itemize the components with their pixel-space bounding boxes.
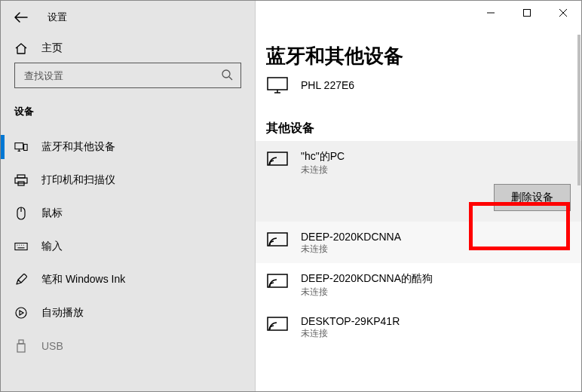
sidebar-item-label: 鼠标: [41, 207, 63, 220]
svg-point-0: [222, 70, 230, 78]
sidebar-item-label: USB: [41, 340, 63, 352]
keyboard-icon: [14, 240, 28, 253]
svg-rect-2: [15, 143, 23, 149]
svg-rect-19: [17, 344, 25, 352]
monitor-icon: [266, 75, 289, 95]
other-devices-heading: 其他设备: [256, 101, 581, 141]
sidebar-item-usb[interactable]: USB: [1, 329, 255, 363]
device-status: 未连接: [301, 243, 401, 256]
scrollbar[interactable]: [577, 35, 580, 387]
svg-rect-6: [17, 175, 25, 178]
device-status: 未连接: [301, 164, 345, 176]
pc-cast-icon: [266, 272, 289, 292]
home-link[interactable]: 主页: [1, 34, 255, 63]
svg-rect-5: [24, 144, 27, 150]
autoplay-icon: [14, 306, 28, 320]
section-label: 设备: [1, 99, 255, 130]
svg-rect-11: [15, 243, 27, 250]
main-content: 蓝牙和其他设备 PHL 227E6 其他设备 "hc"的PC 未连接: [256, 1, 581, 391]
scrollbar-thumb[interactable]: [577, 35, 580, 185]
sidebar-item-printers[interactable]: 打印机和扫描仪: [1, 164, 255, 197]
search-input[interactable]: [23, 69, 221, 82]
home-icon: [14, 42, 28, 54]
devices-icon: [14, 140, 28, 154]
device-status: 未连接: [301, 286, 433, 299]
sidebar-item-label: 打印机和扫描仪: [41, 173, 115, 187]
pen-icon: [14, 273, 28, 286]
device-name: DESKTOP-29KP41R: [301, 315, 400, 327]
svg-line-1: [229, 77, 232, 80]
remove-device-button[interactable]: 删除设备: [494, 184, 571, 211]
device-name: "hc"的PC: [301, 150, 345, 164]
app-title: 设置: [47, 11, 67, 24]
sidebar-item-label: 输入: [41, 240, 63, 253]
svg-rect-21: [524, 10, 531, 17]
sidebar-item-autoplay[interactable]: 自动播放: [1, 296, 255, 329]
sidebar-item-label: 自动播放: [41, 306, 84, 320]
sidebar-item-mouse[interactable]: 鼠标: [1, 197, 255, 230]
pc-cast-icon: [266, 231, 289, 250]
device-name: DEEP-2020KDCNNA的酷狗: [301, 272, 433, 286]
pc-cast-icon: [266, 150, 289, 170]
minimize-button[interactable]: [473, 1, 509, 25]
svg-rect-18: [19, 340, 23, 344]
svg-rect-24: [268, 78, 287, 90]
sidebar-item-pen[interactable]: 笔和 Windows Ink: [1, 263, 255, 296]
device-item[interactable]: DEEP-2020KDCNNA的酷狗 未连接: [256, 263, 581, 306]
device-item[interactable]: "hc"的PC 未连接 删除设备: [256, 141, 581, 222]
device-list: "hc"的PC 未连接 删除设备 DEEP-2020KDCNNA 未连接: [256, 141, 581, 348]
monitor-name: PHL 227E6: [301, 79, 354, 91]
svg-rect-7: [15, 178, 27, 183]
device-item[interactable]: DESKTOP-29KP41R 未连接: [256, 306, 581, 348]
search-box[interactable]: [14, 63, 241, 88]
printer-icon: [14, 173, 28, 187]
sidebar-item-typing[interactable]: 输入: [1, 230, 255, 263]
sidebar-item-label: 笔和 Windows Ink: [41, 273, 125, 286]
pc-cast-icon: [266, 315, 289, 335]
mouse-icon: [14, 207, 28, 220]
search-icon: [221, 69, 233, 83]
svg-point-17: [16, 308, 26, 318]
monitor-device: PHL 227E6: [256, 69, 581, 101]
maximize-button[interactable]: [509, 1, 545, 25]
device-item[interactable]: DEEP-2020KDCNNA 未连接: [256, 222, 581, 263]
sidebar: 设置 主页 设备 蓝牙和其他设备: [1, 1, 256, 391]
device-name: DEEP-2020KDCNNA: [301, 231, 401, 243]
window-controls: [473, 1, 581, 25]
device-status: 未连接: [301, 327, 400, 340]
home-label: 主页: [41, 41, 63, 55]
sidebar-item-label: 蓝牙和其他设备: [41, 140, 115, 154]
close-button[interactable]: [545, 1, 581, 25]
usb-icon: [14, 339, 28, 353]
titlebar: 设置: [1, 1, 255, 34]
sidebar-item-bluetooth[interactable]: 蓝牙和其他设备: [1, 130, 255, 164]
back-icon[interactable]: [14, 12, 28, 23]
